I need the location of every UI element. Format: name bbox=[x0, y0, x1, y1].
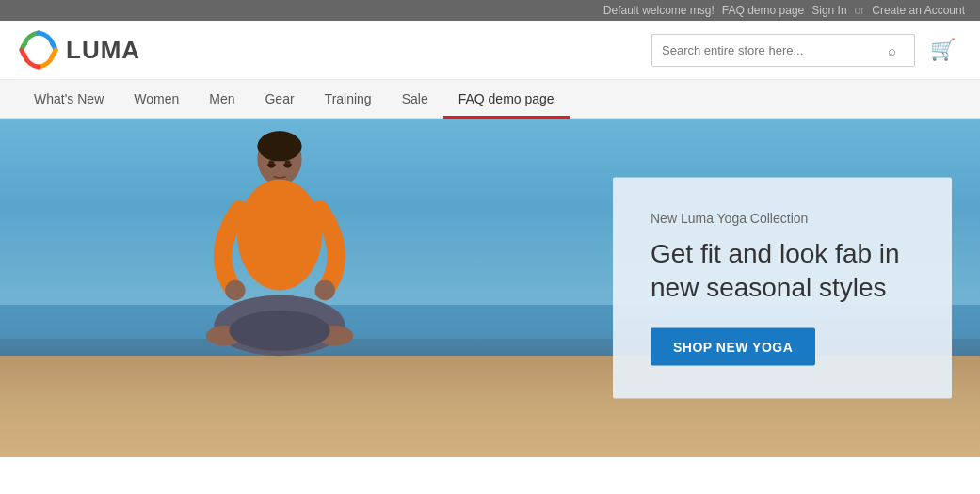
nav-item-men[interactable]: Men bbox=[194, 80, 249, 118]
search-input[interactable] bbox=[652, 36, 878, 65]
cart-icon[interactable]: 🛒 bbox=[924, 34, 961, 66]
logo-icon bbox=[19, 30, 58, 70]
nav-item-gear[interactable]: Gear bbox=[249, 80, 309, 118]
svg-point-12 bbox=[285, 160, 291, 168]
search-bar: ⌕ bbox=[651, 34, 915, 67]
hero-card: New Luma Yoga Collection Get fit and loo… bbox=[613, 178, 952, 399]
search-icon: ⌕ bbox=[888, 42, 896, 58]
header-right: ⌕ 🛒 bbox=[651, 34, 961, 67]
svg-point-4 bbox=[237, 180, 322, 291]
svg-point-2 bbox=[258, 131, 302, 161]
faq-link[interactable]: FAQ demo page bbox=[722, 4, 804, 17]
svg-point-11 bbox=[269, 160, 275, 168]
top-bar: Default welcome msg! FAQ demo page Sign … bbox=[0, 0, 980, 21]
shop-new-yoga-button[interactable]: Shop New Yoga bbox=[651, 327, 815, 365]
svg-point-10 bbox=[230, 311, 330, 351]
nav-item-women[interactable]: Women bbox=[119, 80, 194, 118]
hero-person bbox=[176, 119, 383, 396]
create-account-link[interactable]: Create an Account bbox=[872, 4, 965, 17]
header: LUMA ⌕ 🛒 bbox=[0, 21, 980, 80]
signin-link[interactable]: Sign In bbox=[811, 4, 846, 17]
svg-point-6 bbox=[315, 280, 335, 300]
hero-card-title: Get fit and look fab in new seasonal sty… bbox=[651, 237, 914, 306]
nav-item-whats-new[interactable]: What's New bbox=[19, 80, 119, 118]
welcome-message: Default welcome msg! bbox=[603, 4, 715, 17]
logo[interactable]: LUMA bbox=[19, 30, 140, 70]
nav-item-sale[interactable]: Sale bbox=[387, 80, 443, 118]
or-separator: or bbox=[855, 4, 865, 17]
search-button[interactable]: ⌕ bbox=[878, 35, 906, 66]
svg-point-5 bbox=[226, 280, 246, 300]
hero-card-subtitle: New Luma Yoga Collection bbox=[651, 211, 914, 226]
logo-text: LUMA bbox=[66, 36, 140, 65]
hero-banner: New Luma Yoga Collection Get fit and loo… bbox=[0, 119, 980, 457]
nav-item-faq[interactable]: FAQ demo page bbox=[443, 80, 570, 118]
nav-item-training[interactable]: Training bbox=[310, 80, 387, 118]
main-nav: What's New Women Men Gear Training Sale … bbox=[0, 80, 980, 119]
